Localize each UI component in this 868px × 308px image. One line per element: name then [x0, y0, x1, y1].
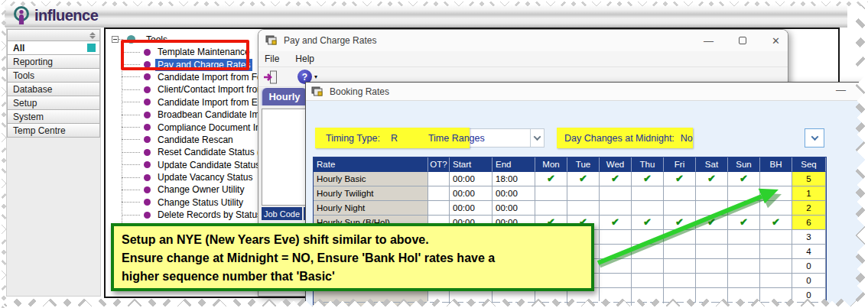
column-header-ot[interactable]: OT? — [428, 157, 450, 172]
jobcode-header[interactable]: Job Code — [262, 207, 302, 220]
day-check-icon[interactable]: ✔ — [632, 172, 664, 186]
day-check-icon[interactable]: ✔ — [728, 216, 760, 230]
day-check-icon[interactable]: ✔ — [567, 172, 600, 186]
minimize-button[interactable]: — — [836, 84, 846, 96]
day-check-icon[interactable]: ✔ — [760, 216, 792, 230]
rate-cell[interactable]: Hourly Night — [314, 201, 428, 216]
day-check-icon[interactable]: ✔ — [664, 216, 696, 230]
tree-item-reset-candidate-status-co[interactable]: Reset Candidate Status (Co — [122, 146, 277, 158]
day-empty-cell[interactable] — [760, 230, 792, 245]
menu-file[interactable]: File — [265, 53, 279, 64]
day-empty-cell[interactable] — [632, 288, 664, 303]
start-cell[interactable]: 00:00 — [450, 172, 493, 186]
day-empty-cell[interactable] — [600, 259, 632, 274]
exit-icon[interactable] — [262, 70, 278, 84]
day-empty-cell[interactable] — [567, 303, 600, 308]
day-empty-cell[interactable] — [760, 201, 792, 216]
day-empty-cell[interactable] — [696, 245, 728, 259]
day-empty-cell[interactable] — [600, 201, 632, 216]
column-header-end[interactable]: End — [493, 157, 535, 172]
end-cell[interactable] — [493, 303, 535, 308]
rate-cell[interactable]: Hourly Twilight — [314, 186, 428, 201]
day-empty-cell[interactable] — [664, 303, 696, 308]
day-empty-cell[interactable] — [600, 288, 632, 303]
day-check-icon[interactable]: ✔ — [632, 216, 664, 230]
day-empty-cell[interactable] — [696, 186, 728, 201]
day-empty-cell[interactable] — [696, 288, 728, 303]
day-empty-cell[interactable] — [728, 288, 760, 303]
day-empty-cell[interactable] — [535, 201, 567, 216]
day-empty-cell[interactable] — [760, 288, 792, 303]
day-empty-cell[interactable] — [600, 230, 632, 245]
tree-item-compliance-document-impo[interactable]: Compliance Document Impo — [122, 121, 277, 133]
column-header-seq[interactable]: Seq — [792, 157, 826, 172]
sidebar-item-reporting[interactable]: Reporting — [7, 54, 100, 69]
day-empty-cell[interactable] — [632, 245, 664, 259]
tree-item-change-status-utility[interactable]: Change Status Utility — [122, 196, 277, 209]
seq-cell[interactable]: 3 — [792, 230, 826, 245]
column-header-tue[interactable]: Tue — [567, 157, 600, 172]
day-empty-cell[interactable] — [632, 201, 664, 216]
day-empty-cell[interactable] — [632, 259, 664, 274]
tree-item-candidate-import-from-exce[interactable]: Candidate Import from Exce — [122, 96, 277, 109]
seq-cell[interactable]: 0 — [792, 303, 826, 308]
sidebar-item-temp-centre[interactable]: Temp Centre — [7, 123, 100, 138]
tree-item-delete-records-by-status[interactable]: Delete Records by Status — [122, 209, 277, 221]
day-empty-cell[interactable] — [632, 303, 664, 308]
day-check-icon[interactable]: ✔ — [664, 172, 696, 186]
dropdown-chevron-box[interactable] — [530, 129, 544, 147]
day-empty-cell[interactable] — [567, 201, 600, 216]
timing-type-field[interactable]: Timing Type: R Time Ranges — [315, 128, 470, 148]
day-empty-cell[interactable] — [696, 201, 728, 216]
sidebar-item-database[interactable]: Database — [7, 82, 100, 96]
maximize-button[interactable] — [739, 37, 746, 44]
day-empty-cell[interactable] — [664, 230, 696, 245]
column-header-start[interactable]: Start — [450, 157, 493, 172]
column-header-bh[interactable]: BH — [760, 157, 792, 172]
tree-item-candidate-import-from-folde[interactable]: Candidate Import from Folde — [122, 71, 277, 83]
seq-cell[interactable]: 4 — [792, 245, 826, 259]
day-empty-cell[interactable] — [728, 230, 760, 245]
day-empty-cell[interactable] — [664, 201, 696, 216]
day-changes-dropdown[interactable] — [805, 128, 824, 148]
day-changes-field[interactable]: Day Changes at Midnight: No — [557, 128, 693, 148]
booking-window-titlebar[interactable]: Booking Rates — — [306, 83, 867, 101]
day-empty-cell[interactable] — [664, 259, 696, 274]
sidebar-item-system[interactable]: System — [7, 109, 100, 124]
day-empty-cell[interactable] — [600, 245, 632, 259]
close-button[interactable]: ✕ — [772, 35, 780, 47]
day-empty-cell[interactable] — [728, 274, 760, 288]
day-empty-cell[interactable] — [760, 172, 792, 186]
column-header-fri[interactable]: Fri — [664, 157, 696, 172]
seq-cell[interactable]: 0 — [792, 274, 826, 288]
seq-cell[interactable]: 5 — [792, 172, 826, 186]
day-empty-cell[interactable] — [535, 303, 567, 308]
ot-cell[interactable] — [428, 201, 450, 216]
day-empty-cell[interactable] — [728, 245, 760, 259]
tree-item-client-contact-import-from-e[interactable]: Client/Contact Import from E — [122, 83, 277, 96]
day-empty-cell[interactable] — [600, 274, 632, 288]
day-empty-cell[interactable] — [728, 201, 760, 216]
day-empty-cell[interactable] — [567, 186, 600, 201]
tree-item-candidate-rescan[interactable]: Candidate Rescan — [122, 134, 277, 146]
day-empty-cell[interactable] — [760, 303, 792, 308]
day-empty-cell[interactable] — [696, 274, 728, 288]
ot-cell[interactable] — [428, 172, 450, 186]
day-empty-cell[interactable] — [600, 303, 632, 308]
day-empty-cell[interactable] — [632, 230, 664, 245]
day-check-icon[interactable]: ✔ — [600, 216, 632, 230]
rate-cell[interactable] — [314, 303, 428, 308]
day-empty-cell[interactable] — [760, 186, 792, 201]
day-empty-cell[interactable] — [728, 303, 760, 308]
sidebar-item-setup[interactable]: Setup — [7, 96, 100, 110]
day-empty-cell[interactable] — [728, 186, 760, 201]
menu-help[interactable]: Help — [295, 53, 314, 64]
column-header-thu[interactable]: Thu — [632, 157, 664, 172]
help-dropdown-caret[interactable]: ▾ — [314, 73, 317, 80]
seq-cell[interactable]: 0 — [792, 259, 826, 274]
pay-window-titlebar[interactable]: Pay and Charge Rates — ✕ — [258, 30, 788, 51]
column-header-sat[interactable]: Sat — [696, 157, 728, 172]
day-empty-cell[interactable] — [664, 186, 696, 201]
seq-cell[interactable]: 2 — [792, 201, 826, 216]
day-empty-cell[interactable] — [760, 259, 792, 274]
